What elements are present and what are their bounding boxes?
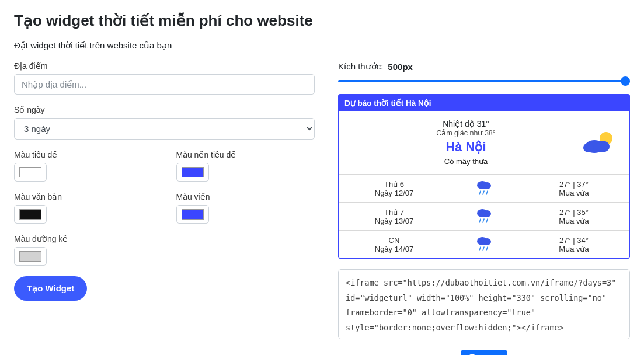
border-color-label: Màu viền <box>176 192 315 201</box>
rain-icon <box>475 179 493 196</box>
forecast-row: Thứ 7 Ngày 13/07 27° | 35° <box>339 203 629 231</box>
svg-line-13 <box>486 219 488 222</box>
svg-line-8 <box>486 191 488 194</box>
size-value: 500px <box>388 62 413 72</box>
preview-panel: Kích thước: 500px Dự báo thời tiết Hà Nộ… <box>338 61 630 355</box>
rain-icon <box>475 235 493 252</box>
title-color-picker[interactable] <box>14 163 47 182</box>
size-label: Kích thước: <box>338 61 383 72</box>
current-city: Hà Nội <box>350 140 582 155</box>
day-temps: 27° | 34° <box>529 236 619 245</box>
slider-track <box>338 80 630 82</box>
current-temp: Nhiệt độ 31° <box>350 119 582 128</box>
border-color-picker[interactable] <box>176 205 209 224</box>
sun-cloud-icon <box>582 129 618 156</box>
border-color-swatch <box>182 209 204 220</box>
days-label: Số ngày <box>14 105 315 114</box>
svg-point-2 <box>596 141 610 152</box>
line-color-label: Màu đường kẻ <box>14 234 315 243</box>
days-select[interactable]: 3 ngày <box>14 118 315 140</box>
day-name: Thứ 7 <box>349 208 439 217</box>
title-bg-label: Màu nền tiêu đề <box>176 150 315 159</box>
current-condition: Có mây thưa <box>350 157 582 166</box>
forecast-row: CN Ngày 14/07 27° | 34° <box>339 231 629 258</box>
day-condition: Mưa vừa <box>529 245 619 253</box>
title-color-swatch <box>19 167 41 178</box>
svg-line-18 <box>486 247 488 250</box>
page-subtitle: Đặt widget thời tiết trên website của bạ… <box>14 40 630 51</box>
page-title: Tạo widget thời tiết miễn phí cho websit… <box>14 12 630 30</box>
day-name: Thứ 6 <box>349 180 439 189</box>
location-label: Địa điểm <box>14 61 315 71</box>
widget-header: Dự báo thời tiết Hà Nội <box>339 95 629 111</box>
config-panel: Địa điểm Số ngày 3 ngày Màu tiêu đề Màu … <box>14 61 315 355</box>
svg-line-11 <box>479 219 481 222</box>
svg-line-17 <box>483 247 484 250</box>
svg-point-3 <box>583 143 594 152</box>
svg-point-10 <box>483 210 491 217</box>
location-input[interactable] <box>14 74 315 95</box>
day-name: CN <box>349 236 439 245</box>
text-color-swatch <box>19 209 41 220</box>
forecast-row: Thứ 6 Ngày 12/07 27° | 37° <box>339 175 629 203</box>
svg-line-16 <box>479 247 481 250</box>
svg-line-12 <box>483 219 484 222</box>
copy-button[interactable]: Copy <box>461 350 508 355</box>
line-color-picker[interactable] <box>14 247 47 266</box>
title-bg-swatch <box>182 167 204 178</box>
title-bg-picker[interactable] <box>176 163 209 182</box>
slider-thumb[interactable] <box>621 76 630 86</box>
size-slider[interactable] <box>338 78 630 85</box>
day-date: Ngày 14/07 <box>349 245 439 253</box>
rain-icon <box>475 207 493 224</box>
svg-point-15 <box>483 238 491 245</box>
svg-line-7 <box>483 191 484 194</box>
text-color-picker[interactable] <box>14 205 47 224</box>
day-temps: 27° | 37° <box>529 180 619 189</box>
title-color-label: Màu tiêu đề <box>14 150 153 159</box>
create-widget-button[interactable]: Tạo Widget <box>14 276 87 301</box>
day-date: Ngày 13/07 <box>349 217 439 225</box>
day-temps: 27° | 35° <box>529 208 619 217</box>
text-color-label: Màu văn bản <box>14 192 153 201</box>
embed-code-textarea[interactable] <box>338 269 630 339</box>
svg-line-6 <box>479 191 481 194</box>
svg-point-5 <box>483 182 491 189</box>
weather-widget-preview: Dự báo thời tiết Hà Nội Nhiệt độ 31° Cảm… <box>338 94 630 259</box>
day-condition: Mưa vừa <box>529 217 619 225</box>
day-date: Ngày 12/07 <box>349 189 439 197</box>
day-condition: Mưa vừa <box>529 189 619 197</box>
current-feels-like: Cảm giác như 38° <box>350 128 582 137</box>
line-color-swatch <box>19 251 41 262</box>
